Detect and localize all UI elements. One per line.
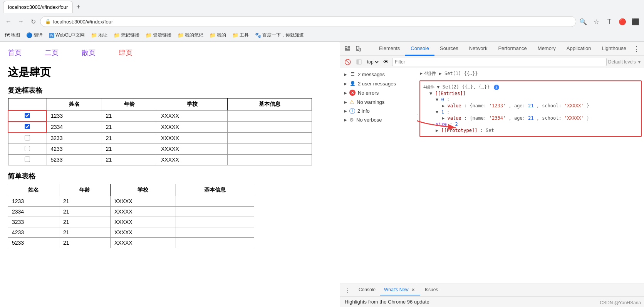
tab-lighthouse[interactable]: Lighthouse: [596, 42, 632, 56]
bookmark-maps[interactable]: 🗺地图: [3, 31, 22, 39]
new-tab-btn[interactable]: +: [74, 2, 82, 12]
cell-name-1: 1233: [47, 110, 102, 122]
devtools-device-btn[interactable]: [353, 44, 363, 54]
watermark: CSDN @YanHSana: [600, 300, 641, 305]
nav-link-p2[interactable]: 二页: [45, 48, 59, 57]
user-messages-label: 2 user messages: [358, 81, 396, 87]
tab-performance[interactable]: Performance: [493, 42, 532, 56]
nav-link-p3[interactable]: 散页: [82, 48, 96, 57]
svg-rect-0: [345, 47, 347, 48]
cell-school-2: XXXXX: [157, 122, 228, 133]
bookmark-notes-link[interactable]: 📁笔记链接: [112, 31, 141, 39]
star-icon[interactable]: ☆: [591, 16, 602, 27]
col-header-checkbox: [8, 98, 47, 110]
checkbox-2[interactable]: [25, 124, 30, 129]
s-name-4: 4233: [8, 227, 59, 237]
s-age-1: 21: [59, 196, 110, 206]
checkbox-5[interactable]: [25, 157, 30, 162]
checkbox-3[interactable]: [25, 135, 30, 140]
bottom-tab-issues[interactable]: Issues: [421, 285, 442, 295]
tab-sources[interactable]: Sources: [434, 42, 464, 56]
checkbox-4[interactable]: [25, 146, 30, 151]
bookmark-my[interactable]: 📁我的: [208, 31, 228, 39]
nav-link-home[interactable]: 首页: [8, 48, 22, 57]
checkbox-1[interactable]: [25, 113, 30, 118]
console-clear-btn[interactable]: 🚫: [342, 57, 352, 67]
tab-network[interactable]: Network: [464, 42, 493, 56]
bottom-content-text: Highlights from the Chrome 96 update: [345, 299, 429, 305]
address-bar[interactable]: 🔒 localhost:3000/#/index/four: [40, 16, 576, 27]
tab-console[interactable]: Console: [405, 42, 434, 56]
page-title: 这是肆页: [8, 65, 332, 80]
expand-tri-main[interactable]: ▼: [437, 84, 439, 90]
table-row: 123321XXXXX: [8, 196, 254, 206]
expand-icon: ▶: [344, 100, 347, 104]
table-row: 5233 21 XXXXX: [8, 154, 312, 165]
svg-rect-7: [359, 48, 361, 51]
context-select[interactable]: top: [366, 59, 380, 65]
console-sidebar-btn[interactable]: [354, 57, 364, 67]
cell-name-3: 3233: [47, 133, 102, 144]
nav-bar: ← → ↻ 🔒 localhost:3000/#/index/four 🔍 ☆ …: [0, 14, 644, 29]
tab-elements[interactable]: Elements: [374, 42, 405, 56]
cell-info-4: [228, 143, 312, 154]
checkbox-table: 姓名 年龄 学校 基本信息 1233 21 XXXXX: [8, 98, 312, 165]
bookmark-webgl[interactable]: WWebGL中文网: [47, 31, 86, 39]
table-row: 4233 21 XXXXX: [8, 143, 312, 154]
table-row: 1233 21 XXXXX: [8, 110, 312, 122]
sidebar-messages[interactable]: ▶ ☰ 2 messages: [340, 70, 417, 79]
simple-table-title: 简单表格: [8, 172, 332, 181]
s-info-1: [176, 196, 254, 206]
bookmark-address[interactable]: 📁地址: [89, 31, 109, 39]
bookmark-tools[interactable]: 📁工具: [231, 31, 250, 39]
cell-name-2: 2334: [47, 122, 102, 133]
tab-memory[interactable]: Memory: [532, 42, 561, 56]
cell-school-4: XXXXX: [157, 143, 228, 154]
info-icon: i: [349, 108, 355, 114]
translate-icon[interactable]: T: [604, 16, 615, 27]
sidebar-warnings[interactable]: ▶ ⚠ No warnings: [340, 97, 417, 107]
devtools-more-btn[interactable]: ⋮: [632, 44, 642, 54]
log-prefix-1: 4组件: [424, 71, 439, 76]
simple-col-info: 基本信息: [176, 184, 254, 196]
bookmark-resources[interactable]: 📁资源链接: [144, 31, 173, 39]
svg-rect-10: [358, 60, 361, 64]
bookmark-baidu[interactable]: 🐾百度一下，你就知道: [253, 31, 305, 39]
expand-tri-1[interactable]: ▶: [420, 71, 423, 75]
sidebar-info[interactable]: ▶ i 2 info: [340, 107, 417, 115]
expand-icon: ▶: [344, 109, 347, 113]
user-messages-icon: 👤: [349, 80, 356, 87]
devtools-inspect-btn[interactable]: [342, 44, 352, 54]
whats-new-close-btn[interactable]: ✕: [410, 287, 416, 293]
info-badge: i: [494, 85, 499, 90]
tab-bar: localhost:3000/#/index/four +: [0, 0, 644, 14]
checkbox-table-title: 复选框表格: [8, 86, 332, 95]
table-row: 3233 21 XXXXX: [8, 133, 312, 144]
search-icon[interactable]: 🔍: [578, 16, 589, 27]
console-filter-input[interactable]: [392, 58, 607, 66]
tab-application[interactable]: Application: [561, 42, 597, 56]
nav-link-p4[interactable]: 肆页: [119, 48, 132, 57]
bottom-tab-whatsnew[interactable]: What's New ✕: [380, 285, 420, 295]
log-text-1: 4组件 ▶ Set(1) {{…}}: [424, 70, 478, 77]
cell-info-3: [228, 133, 312, 144]
bottom-drag-handle[interactable]: ⋮: [343, 287, 352, 294]
entry-0-value: ▶ value : {name: '1233' , age: 21 , scho…: [423, 103, 638, 108]
sidebar-errors[interactable]: ▶ ✕ No errors: [340, 88, 417, 97]
verbose-label: No verbose: [356, 117, 382, 123]
extension1-icon[interactable]: 🔴: [617, 16, 628, 27]
sidebar-verbose[interactable]: ▶ ⚙ No verbose: [340, 115, 417, 124]
devtools-toolbar: Elements Console Sources Network Perform…: [340, 42, 644, 56]
bottom-tab-console[interactable]: Console: [355, 285, 379, 295]
forward-btn[interactable]: →: [15, 16, 26, 27]
reload-btn[interactable]: ↻: [28, 16, 39, 27]
bookmark-my-notes[interactable]: 📁我的笔记: [176, 31, 205, 39]
expand-icon: ▶: [344, 118, 347, 122]
browser-tab[interactable]: localhost:3000/#/index/four: [3, 1, 73, 13]
extension2-icon[interactable]: ⬛: [630, 16, 641, 27]
bookmark-translate[interactable]: 🔵翻译: [25, 31, 44, 39]
eye-btn[interactable]: 👁: [381, 57, 391, 67]
whats-new-label: What's New: [384, 287, 409, 292]
sidebar-user-messages[interactable]: ▶ 👤 2 user messages: [340, 79, 417, 88]
back-btn[interactable]: ←: [3, 16, 14, 27]
